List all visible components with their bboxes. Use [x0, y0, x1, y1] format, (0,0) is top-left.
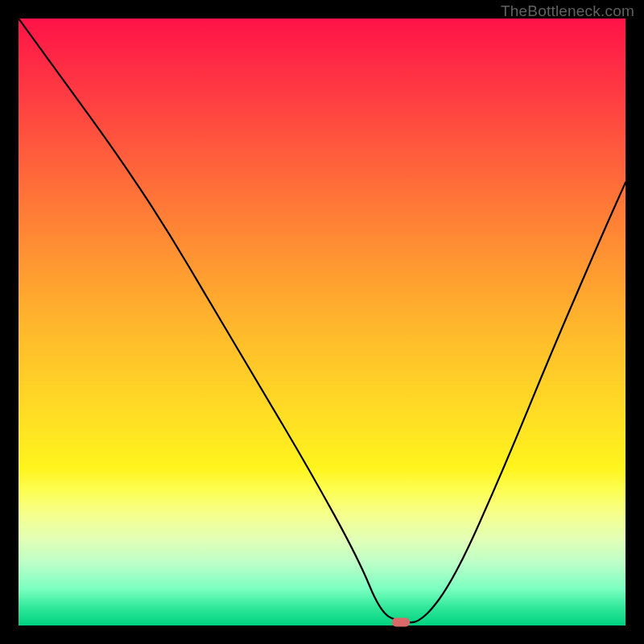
- bottleneck-curve: [19, 19, 625, 622]
- bottleneck-chart: TheBottleneck.com: [0, 0, 644, 644]
- watermark-text: TheBottleneck.com: [501, 2, 634, 20]
- optimum-marker: [392, 618, 410, 627]
- plot-area: [19, 19, 625, 625]
- curve-layer: [19, 19, 625, 625]
